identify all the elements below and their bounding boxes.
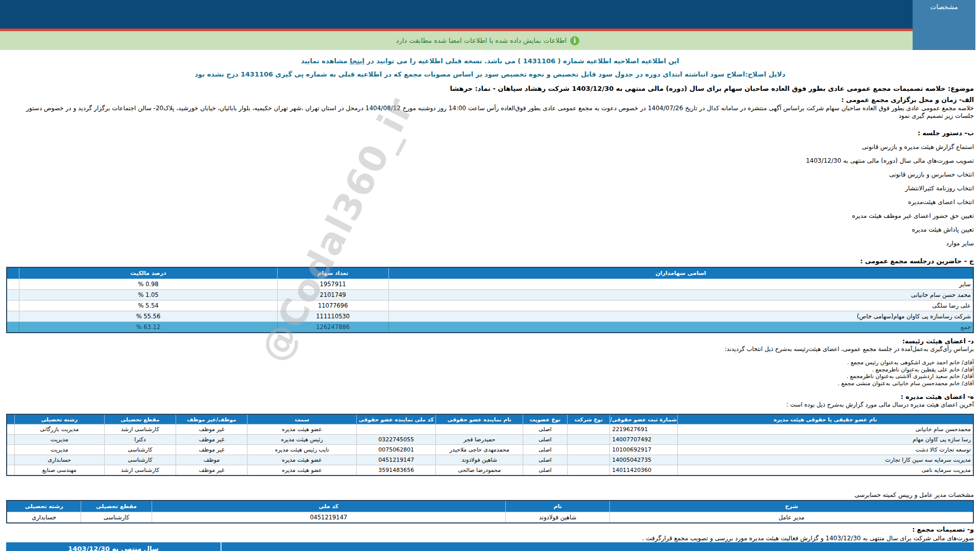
cell-shareholder-name: محمد حسن سام خانیانی: [388, 290, 973, 300]
cell-registration-id: 14011420360: [610, 465, 678, 476]
section-d-intro: براساس رأی‌گیری به‌عمل‌آمده در جلسة مجمع…: [6, 345, 974, 353]
shareholder-row: شرکت رساسازه پی کاوان مهام(سهامی خاص) 11…: [7, 311, 973, 322]
cell-total-shares: 126247886: [277, 322, 388, 333]
signature-status-text: اطلاعات نمایش داده شده با اطلاعات امضا ش…: [396, 37, 567, 44]
ceo-section-title: مشخصات مدیر عامل و رییس کمیته حسابرسی: [6, 491, 974, 498]
cell-position: رئیس هیئت مدیره: [248, 435, 357, 445]
cell-duty-status: غیر موظف: [176, 424, 248, 435]
cell-position: نایب رئیس هیئت مدیره: [248, 445, 357, 455]
board-member-row: توسعه تجارت کالا دشت 10100692917 اصلی مح…: [7, 445, 973, 455]
agenda-list: استماع گزارش هیئت مدیره و بازرس قانونی ت…: [6, 143, 974, 247]
cell-company-type: [568, 455, 610, 465]
shareholders-header-row: اسامی سهامداران تعداد سهام درصد مالکیت: [7, 267, 973, 279]
empty-cell: [7, 455, 14, 465]
empty-cell: [7, 322, 19, 333]
agenda-item: تصویب صورت‌های مالی سال (دوره) مالی منته…: [6, 157, 974, 164]
cell-education-level: کارشناسی: [104, 445, 176, 455]
cell-shareholder-name: علی رضا سلگی: [388, 300, 973, 311]
empty-header-cell: [7, 267, 19, 279]
cell-representative-name: محمدمهدی حاجی ملاحیدر: [436, 445, 523, 455]
cell-company-type: [568, 465, 610, 476]
cell-name: شاهین فولادوند: [505, 512, 610, 523]
cell-member-name: توسعه تجارت کالا دشت: [677, 445, 973, 455]
col-header-education-level: مقطع تحصیلی: [104, 414, 176, 424]
cell-field-of-study: مدیریت: [14, 435, 104, 445]
board-member-row: محمدحسن سام خانیانی 2219627691 اصلی عضو …: [7, 424, 973, 435]
cell-representative-name: حمیدرضا قجر: [436, 435, 523, 445]
shareholder-row: سایر 1957911 % 0.98: [7, 279, 973, 290]
cell-company-type: [568, 424, 610, 435]
cell-member-name: محمدحسن سام خانیانی: [677, 424, 973, 435]
ceo-table: شرح نام کد ملی مقطع تحصیلی رشته تحصیلی م…: [6, 500, 974, 523]
col-header-representative-id: کد ملی نماینده عضو حقوقی: [357, 414, 436, 424]
col-header-field-of-study: رشته تحصیلی: [7, 500, 81, 512]
cell-position: عضو هیئت مدیره: [248, 424, 357, 435]
empty-cell: [7, 435, 14, 445]
notice-content: این اطلاعیه اصلاحیه اطلاعیه شماره ( 1431…: [6, 50, 974, 551]
chair-member-line: آقای/ خانم محمدحسن سام خانیانی به‌عنوان …: [6, 380, 974, 387]
cell-company-type: [568, 445, 610, 455]
cell-registration-id: 14005042735: [610, 455, 678, 465]
empty-cell: [7, 424, 14, 435]
cell-share-count: 111110530: [277, 311, 388, 322]
cell-total-percent: % 63.12: [19, 322, 278, 333]
shareholder-row: علی رضا سلگی 11077696 % 5.54: [7, 300, 973, 311]
section-e-title: ه- اعضای هیئت مدیره :: [6, 393, 974, 400]
section-b-title: ب– دستور جلسه :: [6, 129, 974, 137]
tab-specifications-label: مشخصات: [930, 3, 958, 11]
cell-company-type: [568, 435, 610, 445]
signature-status-bar: i اطلاعات نمایش داده شده با اطلاعات امضا…: [0, 31, 975, 50]
previous-notice-link[interactable]: اینجا: [350, 57, 364, 65]
cell-membership-type: اصلی: [523, 435, 567, 445]
profit-table-empty-header-cell: [220, 542, 974, 551]
col-header-national-id: کد ملی: [152, 500, 505, 512]
cell-registration-id: 10100692917: [610, 445, 678, 455]
cell-member-name: مدیریت سرمایه نامی: [677, 465, 973, 476]
cell-education-level: کارشناسی ارشد: [104, 465, 176, 476]
col-header-shareholder-names: اسامی سهامداران: [388, 267, 973, 279]
cell-duty-status: غیر موظف: [176, 465, 248, 476]
cell-share-count: 2101749: [277, 290, 388, 300]
col-header-share-count: تعداد سهام: [277, 267, 388, 279]
shareholders-total-row: جمع 126247886 % 63.12: [7, 322, 973, 333]
cell-representative-id: 0075062801: [357, 445, 436, 455]
board-member-row: مدیریت سرمایه سه سین کارا تجارت 14005042…: [7, 455, 973, 465]
cell-representative-id: 3591483656: [357, 465, 436, 476]
amendment-reason-line: دلایل اصلاح:اصلاح سود انباشته ابتدای دور…: [6, 70, 974, 79]
cell-description: مدیر عامل: [610, 512, 973, 523]
col-header-position: سمت: [248, 414, 357, 424]
chair-member-line: آقای/ خانم سعید اردشیری آلاشتی به‌عنوان …: [6, 373, 974, 380]
cell-representative-name: شاهین فولادوند: [436, 455, 523, 465]
empty-cell: [7, 311, 19, 322]
cell-membership-type: اصلی: [523, 455, 567, 465]
empty-cell: [7, 465, 14, 476]
amendment-notice-line: این اطلاعیه اصلاحیه اطلاعیه شماره ( 1431…: [6, 57, 974, 65]
section-e-intro: آخرین اعضای هیئت مدیره درسال مالی مورد گ…: [6, 401, 974, 409]
profit-table-year-header: سال منتهی به 1403/12/30: [6, 542, 220, 551]
ceo-header-row: شرح نام کد ملی مقطع تحصیلی رشته تحصیلی: [7, 500, 973, 512]
cell-shareholder-name: شرکت رساسازه پی کاوان مهام(سهامی خاص): [388, 311, 973, 322]
agenda-item: انتخاب روزنامة کثیرالانتشار: [6, 185, 974, 192]
tab-specifications[interactable]: مشخصات: [913, 0, 975, 50]
chair-member-line: آقای/ خانم علی یقطین به‌عنوان ناظرمجمع .: [6, 366, 974, 373]
section-f-title: و- تصمیمات مجمع :: [6, 525, 974, 533]
col-header-duty-status: موظف/غیر موظف: [176, 414, 248, 424]
codal-notice-page: مشخصات i اطلاعات نمایش داده شده با اطلاع…: [0, 0, 980, 551]
cell-field-of-study: مدیریت بازرگانی: [14, 424, 104, 435]
agenda-item: انتخاب اعضای هیئت‌مدیره: [6, 198, 974, 206]
info-icon: i: [570, 36, 579, 45]
col-header-field-of-study: رشته تحصیلی: [14, 414, 104, 424]
cell-field-of-study: حسابداری: [7, 512, 81, 523]
col-header-representative-name: نام نماینده عضو حقوقی: [436, 414, 523, 424]
cell-education-level: کارشناسی ارشد: [104, 424, 176, 435]
agenda-item: استماع گزارش هیئت مدیره و بازرس قانونی: [6, 143, 974, 151]
cell-education-level: کارشناسی: [81, 512, 152, 523]
cell-education-level: دکترا: [104, 435, 176, 445]
col-header-ownership-percent: درصد مالکیت: [19, 267, 278, 279]
empty-cell: [7, 290, 19, 300]
profit-allocation-table-header: سال منتهی به 1403/12/30: [6, 542, 974, 551]
cell-ownership-percent: % 1.05: [19, 290, 278, 300]
board-member-row: رسا سازه پی کاوان مهام 14007707492 اصلی …: [7, 435, 973, 445]
cell-shareholder-name: سایر: [388, 279, 973, 290]
cell-ownership-percent: % 55.56: [19, 311, 278, 322]
